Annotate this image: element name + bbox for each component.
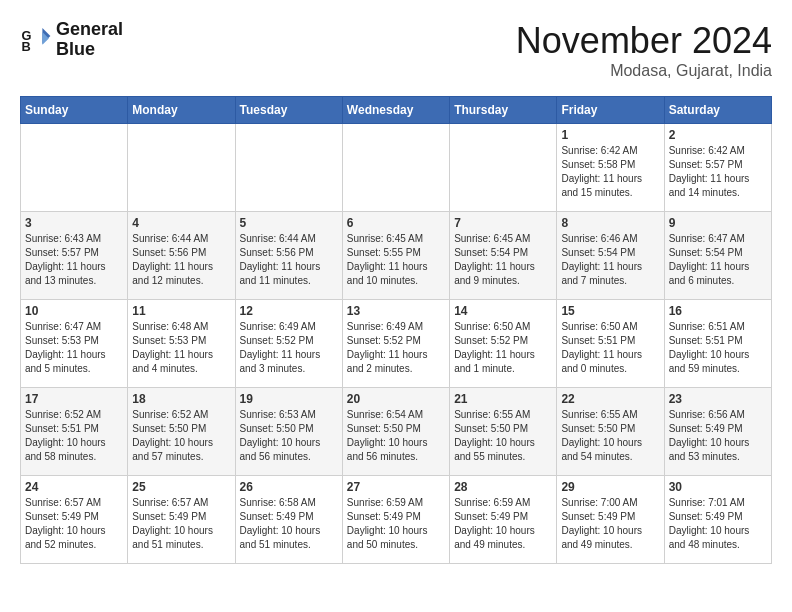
day-number: 4 (132, 216, 230, 230)
day-info: Sunrise: 6:55 AM Sunset: 5:50 PM Dayligh… (454, 408, 552, 464)
day-number: 28 (454, 480, 552, 494)
day-number: 6 (347, 216, 445, 230)
day-number: 15 (561, 304, 659, 318)
day-info: Sunrise: 6:58 AM Sunset: 5:49 PM Dayligh… (240, 496, 338, 552)
day-number: 7 (454, 216, 552, 230)
calendar-cell: 6Sunrise: 6:45 AM Sunset: 5:55 PM Daylig… (342, 212, 449, 300)
calendar-cell: 7Sunrise: 6:45 AM Sunset: 5:54 PM Daylig… (450, 212, 557, 300)
day-info: Sunrise: 6:51 AM Sunset: 5:51 PM Dayligh… (669, 320, 767, 376)
day-info: Sunrise: 6:52 AM Sunset: 5:50 PM Dayligh… (132, 408, 230, 464)
month-title: November 2024 (516, 20, 772, 62)
day-info: Sunrise: 6:52 AM Sunset: 5:51 PM Dayligh… (25, 408, 123, 464)
day-number: 5 (240, 216, 338, 230)
calendar-cell: 23Sunrise: 6:56 AM Sunset: 5:49 PM Dayli… (664, 388, 771, 476)
calendar-cell: 10Sunrise: 6:47 AM Sunset: 5:53 PM Dayli… (21, 300, 128, 388)
calendar-cell (342, 124, 449, 212)
day-number: 16 (669, 304, 767, 318)
day-number: 20 (347, 392, 445, 406)
day-number: 9 (669, 216, 767, 230)
day-info: Sunrise: 6:57 AM Sunset: 5:49 PM Dayligh… (132, 496, 230, 552)
calendar-cell: 24Sunrise: 6:57 AM Sunset: 5:49 PM Dayli… (21, 476, 128, 564)
day-info: Sunrise: 6:48 AM Sunset: 5:53 PM Dayligh… (132, 320, 230, 376)
calendar-cell: 4Sunrise: 6:44 AM Sunset: 5:56 PM Daylig… (128, 212, 235, 300)
day-number: 12 (240, 304, 338, 318)
weekday-header-saturday: Saturday (664, 97, 771, 124)
calendar-cell: 15Sunrise: 6:50 AM Sunset: 5:51 PM Dayli… (557, 300, 664, 388)
day-number: 21 (454, 392, 552, 406)
title-block: November 2024 Modasa, Gujarat, India (516, 20, 772, 80)
day-info: Sunrise: 6:49 AM Sunset: 5:52 PM Dayligh… (347, 320, 445, 376)
day-info: Sunrise: 6:42 AM Sunset: 5:58 PM Dayligh… (561, 144, 659, 200)
day-info: Sunrise: 6:43 AM Sunset: 5:57 PM Dayligh… (25, 232, 123, 288)
day-info: Sunrise: 6:45 AM Sunset: 5:55 PM Dayligh… (347, 232, 445, 288)
calendar-cell: 9Sunrise: 6:47 AM Sunset: 5:54 PM Daylig… (664, 212, 771, 300)
calendar-cell (21, 124, 128, 212)
calendar-cell: 17Sunrise: 6:52 AM Sunset: 5:51 PM Dayli… (21, 388, 128, 476)
logo-text: General Blue (56, 20, 123, 60)
day-number: 22 (561, 392, 659, 406)
calendar-cell: 12Sunrise: 6:49 AM Sunset: 5:52 PM Dayli… (235, 300, 342, 388)
day-info: Sunrise: 6:42 AM Sunset: 5:57 PM Dayligh… (669, 144, 767, 200)
calendar: SundayMondayTuesdayWednesdayThursdayFrid… (20, 96, 772, 564)
day-info: Sunrise: 6:45 AM Sunset: 5:54 PM Dayligh… (454, 232, 552, 288)
day-number: 27 (347, 480, 445, 494)
day-number: 8 (561, 216, 659, 230)
calendar-cell (128, 124, 235, 212)
day-info: Sunrise: 6:59 AM Sunset: 5:49 PM Dayligh… (347, 496, 445, 552)
page-header: G B General Blue November 2024 Modasa, G… (20, 20, 772, 80)
day-info: Sunrise: 6:50 AM Sunset: 5:51 PM Dayligh… (561, 320, 659, 376)
calendar-cell: 8Sunrise: 6:46 AM Sunset: 5:54 PM Daylig… (557, 212, 664, 300)
calendar-cell (450, 124, 557, 212)
location: Modasa, Gujarat, India (516, 62, 772, 80)
svg-text:B: B (22, 39, 31, 54)
day-number: 25 (132, 480, 230, 494)
calendar-cell: 20Sunrise: 6:54 AM Sunset: 5:50 PM Dayli… (342, 388, 449, 476)
calendar-cell: 1Sunrise: 6:42 AM Sunset: 5:58 PM Daylig… (557, 124, 664, 212)
day-info: Sunrise: 6:56 AM Sunset: 5:49 PM Dayligh… (669, 408, 767, 464)
calendar-cell: 14Sunrise: 6:50 AM Sunset: 5:52 PM Dayli… (450, 300, 557, 388)
calendar-cell: 3Sunrise: 6:43 AM Sunset: 5:57 PM Daylig… (21, 212, 128, 300)
day-info: Sunrise: 7:01 AM Sunset: 5:49 PM Dayligh… (669, 496, 767, 552)
weekday-header-monday: Monday (128, 97, 235, 124)
calendar-cell: 11Sunrise: 6:48 AM Sunset: 5:53 PM Dayli… (128, 300, 235, 388)
day-number: 24 (25, 480, 123, 494)
calendar-cell: 22Sunrise: 6:55 AM Sunset: 5:50 PM Dayli… (557, 388, 664, 476)
day-info: Sunrise: 6:47 AM Sunset: 5:53 PM Dayligh… (25, 320, 123, 376)
calendar-cell: 29Sunrise: 7:00 AM Sunset: 5:49 PM Dayli… (557, 476, 664, 564)
week-row-2: 3Sunrise: 6:43 AM Sunset: 5:57 PM Daylig… (21, 212, 772, 300)
calendar-cell: 18Sunrise: 6:52 AM Sunset: 5:50 PM Dayli… (128, 388, 235, 476)
weekday-header-wednesday: Wednesday (342, 97, 449, 124)
day-info: Sunrise: 6:46 AM Sunset: 5:54 PM Dayligh… (561, 232, 659, 288)
day-info: Sunrise: 6:44 AM Sunset: 5:56 PM Dayligh… (240, 232, 338, 288)
day-info: Sunrise: 6:50 AM Sunset: 5:52 PM Dayligh… (454, 320, 552, 376)
calendar-cell: 19Sunrise: 6:53 AM Sunset: 5:50 PM Dayli… (235, 388, 342, 476)
calendar-cell: 26Sunrise: 6:58 AM Sunset: 5:49 PM Dayli… (235, 476, 342, 564)
day-info: Sunrise: 6:44 AM Sunset: 5:56 PM Dayligh… (132, 232, 230, 288)
calendar-cell: 21Sunrise: 6:55 AM Sunset: 5:50 PM Dayli… (450, 388, 557, 476)
weekday-header-row: SundayMondayTuesdayWednesdayThursdayFrid… (21, 97, 772, 124)
week-row-3: 10Sunrise: 6:47 AM Sunset: 5:53 PM Dayli… (21, 300, 772, 388)
weekday-header-sunday: Sunday (21, 97, 128, 124)
day-number: 23 (669, 392, 767, 406)
week-row-4: 17Sunrise: 6:52 AM Sunset: 5:51 PM Dayli… (21, 388, 772, 476)
day-number: 29 (561, 480, 659, 494)
day-number: 14 (454, 304, 552, 318)
day-number: 30 (669, 480, 767, 494)
calendar-cell: 25Sunrise: 6:57 AM Sunset: 5:49 PM Dayli… (128, 476, 235, 564)
calendar-cell: 28Sunrise: 6:59 AM Sunset: 5:49 PM Dayli… (450, 476, 557, 564)
weekday-header-tuesday: Tuesday (235, 97, 342, 124)
day-info: Sunrise: 6:57 AM Sunset: 5:49 PM Dayligh… (25, 496, 123, 552)
day-info: Sunrise: 7:00 AM Sunset: 5:49 PM Dayligh… (561, 496, 659, 552)
week-row-1: 1Sunrise: 6:42 AM Sunset: 5:58 PM Daylig… (21, 124, 772, 212)
day-number: 11 (132, 304, 230, 318)
day-number: 17 (25, 392, 123, 406)
calendar-cell: 27Sunrise: 6:59 AM Sunset: 5:49 PM Dayli… (342, 476, 449, 564)
day-number: 19 (240, 392, 338, 406)
day-number: 18 (132, 392, 230, 406)
day-number: 3 (25, 216, 123, 230)
day-number: 1 (561, 128, 659, 142)
calendar-cell: 13Sunrise: 6:49 AM Sunset: 5:52 PM Dayli… (342, 300, 449, 388)
day-info: Sunrise: 6:49 AM Sunset: 5:52 PM Dayligh… (240, 320, 338, 376)
day-info: Sunrise: 6:55 AM Sunset: 5:50 PM Dayligh… (561, 408, 659, 464)
day-number: 10 (25, 304, 123, 318)
